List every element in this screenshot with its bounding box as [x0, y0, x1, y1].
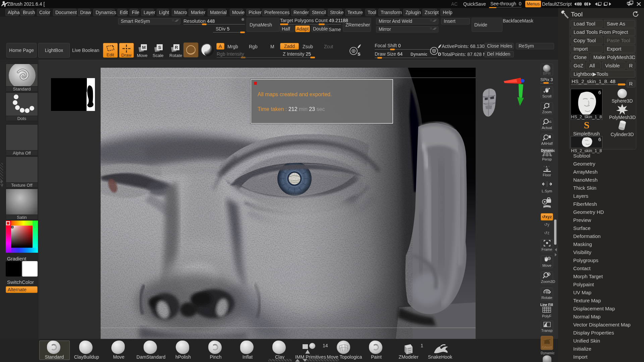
svg-text:x1: x1: [548, 120, 551, 123]
svg-text:D: D: [438, 52, 441, 57]
svg-text:R: R: [175, 45, 178, 50]
svg-text:BPR: BPR: [543, 71, 550, 75]
svg-text:S: S: [584, 120, 589, 130]
svg-text:S: S: [358, 52, 361, 57]
svg-text:M: M: [142, 45, 146, 50]
svg-text:S: S: [158, 45, 161, 50]
